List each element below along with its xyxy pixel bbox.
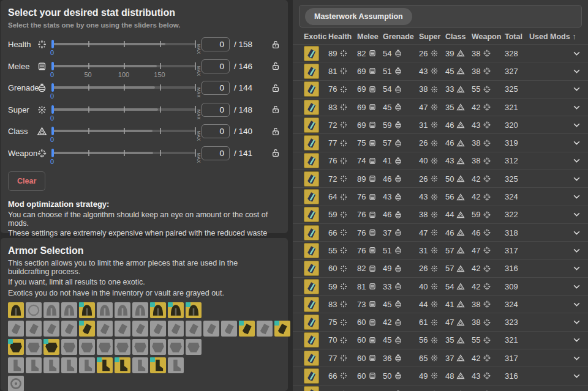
result-row[interactable]: 776036653742317: [293, 349, 588, 367]
exotic-armor-tile[interactable]: [79, 339, 95, 355]
lock-icon[interactable]: [271, 126, 281, 137]
stat-slider-thumb[interactable]: [51, 62, 54, 70]
column-header-class[interactable]: Class: [445, 32, 472, 41]
exotic-armor-tile[interactable]: [186, 339, 202, 355]
exotic-armor-tile[interactable]: [115, 357, 130, 373]
exotic-armor-tile[interactable]: [115, 321, 130, 337]
exotic-armor-tile[interactable]: [8, 302, 24, 318]
result-row[interactable]: 767441404338312: [293, 152, 588, 169]
stat-slider-thumb[interactable]: [51, 149, 54, 157]
expand-row-chevron-icon[interactable]: [571, 335, 582, 345]
result-row[interactable]: 898254263938328: [293, 44, 588, 62]
result-row[interactable]: 766954383355325: [293, 80, 588, 98]
result-row[interactable]: 837345444138324: [293, 295, 588, 313]
result-row[interactable]: 667637474646318: [293, 223, 588, 241]
exotic-armor-tile[interactable]: [61, 302, 77, 318]
exotic-armor-tile[interactable]: [150, 357, 166, 373]
exotic-armor-tile[interactable]: [97, 357, 113, 373]
lock-icon[interactable]: [271, 147, 281, 158]
stat-slider-track[interactable]: 0MAX: [52, 34, 195, 56]
result-row[interactable]: 706045563555321: [293, 331, 588, 349]
result-row[interactable]: 666050494843316: [293, 367, 588, 384]
exotic-armor-tile[interactable]: [132, 321, 148, 337]
exotic-armor-tile[interactable]: [8, 376, 24, 391]
stat-slider-thumb[interactable]: [51, 105, 54, 114]
exotic-armor-tile[interactable]: [115, 302, 130, 318]
result-row[interactable]: 557651315747317: [293, 241, 588, 259]
expand-row-chevron-icon[interactable]: [571, 281, 582, 292]
expand-row-chevron-icon[interactable]: [571, 174, 582, 184]
expand-row-chevron-icon[interactable]: [571, 66, 582, 76]
exotic-armor-tile[interactable]: [61, 321, 77, 337]
exotic-armor-tile[interactable]: [26, 302, 42, 318]
column-header-health[interactable]: Health: [328, 32, 357, 41]
expand-row-chevron-icon[interactable]: [571, 228, 582, 238]
exotic-armor-tile[interactable]: [61, 339, 77, 355]
exotic-armor-tile[interactable]: [132, 339, 148, 355]
expand-row-chevron-icon[interactable]: [571, 155, 582, 166]
exotic-armor-tile[interactable]: [150, 339, 166, 355]
exotic-armor-tile[interactable]: [168, 339, 184, 355]
stat-slider-thumb[interactable]: [51, 40, 54, 48]
exotic-armor-tile[interactable]: [43, 357, 59, 373]
exotic-armor-tile[interactable]: [43, 302, 59, 318]
expand-row-chevron-icon[interactable]: [571, 138, 582, 148]
expand-row-chevron-icon[interactable]: [571, 48, 582, 59]
exotic-armor-tile[interactable]: [150, 321, 166, 337]
stat-slider-track[interactable]: 050100150MAX: [52, 56, 195, 78]
expand-row-chevron-icon[interactable]: [571, 192, 582, 202]
exotic-armor-tile[interactable]: [43, 321, 59, 337]
result-row[interactable]: 836945473542321: [293, 98, 588, 116]
result-row[interactable]: 608249265742316: [293, 259, 588, 277]
result-row[interactable]: 597646384459322: [293, 206, 588, 223]
stat-value-input[interactable]: 0: [202, 103, 230, 117]
stat-value-input[interactable]: 0: [202, 81, 230, 95]
result-row[interactable]: 766043444138315: [293, 385, 588, 391]
expand-row-chevron-icon[interactable]: [571, 120, 582, 130]
column-header-melee[interactable]: Melee: [357, 32, 383, 41]
exotic-armor-tile[interactable]: [26, 339, 42, 355]
exotic-armor-tile[interactable]: [8, 339, 24, 355]
clear-button[interactable]: Clear: [8, 171, 45, 191]
exotic-armor-tile[interactable]: [97, 321, 113, 337]
lock-icon[interactable]: [271, 83, 281, 94]
result-row[interactable]: 728946265042325: [293, 169, 588, 187]
exotic-armor-tile[interactable]: [26, 321, 42, 337]
expand-row-chevron-icon[interactable]: [571, 209, 582, 220]
column-header-weapon[interactable]: Weapon: [472, 32, 505, 41]
exotic-armor-tile[interactable]: [61, 357, 77, 373]
column-header-used-mods[interactable]: Used Mods ↑: [529, 32, 576, 41]
expand-row-chevron-icon[interactable]: [571, 317, 582, 327]
result-row[interactable]: 647643435642324: [293, 187, 588, 205]
masterwork-assumption-tab[interactable]: Masterwork Assumption: [305, 8, 412, 25]
exotic-armor-tile[interactable]: [79, 302, 95, 318]
result-row[interactable]: 816951434538327: [293, 62, 588, 80]
lock-icon[interactable]: [271, 39, 281, 50]
expand-row-chevron-icon[interactable]: [571, 353, 582, 363]
exotic-armor-tile[interactable]: [8, 357, 24, 373]
exotic-armor-tile[interactable]: [203, 321, 219, 337]
exotic-armor-tile[interactable]: [97, 339, 113, 355]
expand-row-chevron-icon[interactable]: [571, 245, 582, 256]
stat-slider-thumb[interactable]: [51, 127, 54, 135]
expand-row-chevron-icon[interactable]: [571, 102, 582, 113]
expand-row-chevron-icon[interactable]: [571, 84, 582, 94]
stat-slider-track[interactable]: 0MAX: [52, 121, 195, 143]
expand-row-chevron-icon[interactable]: [571, 389, 582, 391]
exotic-armor-tile[interactable]: [168, 357, 184, 373]
expand-row-chevron-icon[interactable]: [571, 263, 582, 274]
exotic-armor-tile[interactable]: [43, 339, 59, 355]
exotic-armor-tile[interactable]: [97, 302, 113, 318]
exotic-armor-tile[interactable]: [79, 357, 95, 373]
stat-value-input[interactable]: 0: [202, 37, 230, 51]
result-row[interactable]: 777557264638319: [293, 133, 588, 151]
stat-slider-track[interactable]: 0MAX: [52, 143, 195, 165]
stat-slider-track[interactable]: 0MAX: [52, 77, 195, 99]
exotic-armor-tile[interactable]: [115, 339, 130, 355]
expand-row-chevron-icon[interactable]: [571, 371, 582, 381]
result-row[interactable]: 726959314643320: [293, 116, 588, 133]
exotic-armor-tile[interactable]: [8, 321, 24, 337]
exotic-armor-tile[interactable]: [26, 357, 42, 373]
result-row[interactable]: 598133405442309: [293, 277, 588, 295]
expand-row-chevron-icon[interactable]: [571, 299, 582, 310]
